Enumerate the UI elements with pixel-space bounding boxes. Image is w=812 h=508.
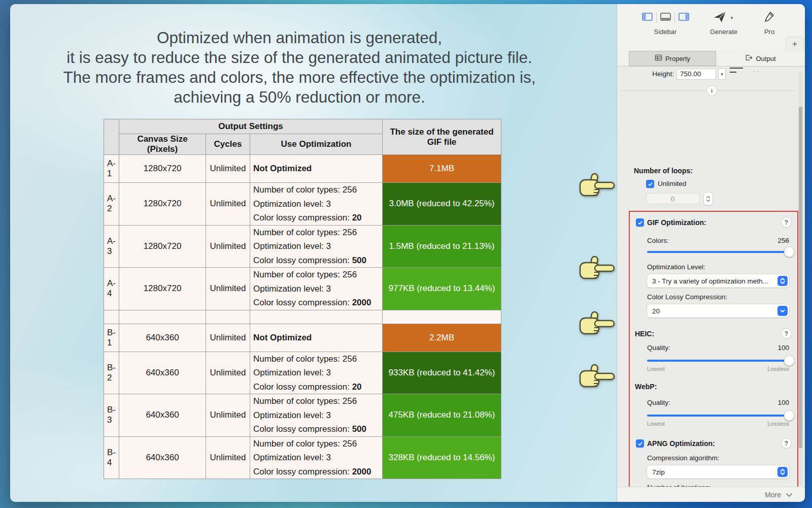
- size-cell: 7.1MB: [383, 155, 501, 183]
- heic-quality-label: Quality:: [647, 343, 670, 352]
- row-label-cell: A-2: [104, 183, 119, 226]
- row-label-cell: A-4: [104, 268, 119, 310]
- popup-chevrons-icon: [777, 276, 788, 286]
- corner-header-cell: [104, 119, 119, 155]
- canvas-size-cell: 1280x720: [119, 225, 206, 268]
- use-optimization-cell: Not Optimized: [250, 324, 383, 352]
- pointing-hand-icon: [578, 173, 616, 202]
- row-label-cell: B-2: [104, 352, 119, 394]
- size-cell: 2.2MB: [383, 324, 501, 352]
- use-optimization-cell: [250, 310, 383, 324]
- webp-quality-slider[interactable]: [647, 410, 789, 421]
- right-sidebar-icon[interactable]: [679, 13, 689, 23]
- optimization-line: Color lossy compression: 2000: [253, 465, 379, 479]
- paper-plane-icon: [714, 11, 726, 25]
- use-optimization-cell: Number of color types: 256Optimization l…: [250, 183, 383, 226]
- more-chevron-down-icon[interactable]: [786, 491, 793, 499]
- heic-lossless-label: Lossless: [767, 366, 789, 372]
- height-stepper[interactable]: ▾: [718, 69, 726, 80]
- colors-slider[interactable]: [647, 247, 789, 257]
- height-input[interactable]: 750.00: [676, 69, 716, 80]
- optimization-line: Color lossy compression: 500: [253, 253, 379, 268]
- app-window: Optimized when animation is generated, i…: [10, 4, 805, 502]
- apng-help-button[interactable]: ?: [782, 438, 791, 448]
- canvas-size-header: Canvas Size (Pixels): [119, 134, 206, 155]
- webp-lossless-label: Lossless: [767, 421, 789, 427]
- pointing-hand-icon: [578, 311, 616, 340]
- unlimited-loops-label: Unlimited: [658, 179, 686, 188]
- unlimited-loops-checkbox[interactable]: [646, 180, 654, 188]
- generate-dropdown-caret-icon[interactable]: ▼: [730, 16, 734, 20]
- generate-button[interactable]: ▼ Generate: [701, 12, 747, 36]
- heic-help-button[interactable]: ?: [782, 329, 791, 338]
- slider-thumb[interactable]: [784, 410, 794, 421]
- canvas-size-cell: 1280x720: [119, 268, 206, 310]
- loop-count-field[interactable]: 0: [646, 193, 699, 204]
- table-row: B-1640x360UnlimitedNot Optimized2.2MB: [104, 324, 501, 352]
- size-cell: 1.5MB (reduced to 21.13%): [383, 225, 501, 268]
- popup-chevrons-icon: [777, 467, 788, 477]
- color-lossy-compression-combo[interactable]: 20: [647, 304, 789, 318]
- gif-help-button[interactable]: ?: [782, 217, 791, 227]
- cycles-cell: Unlimited: [206, 268, 250, 310]
- info-button[interactable]: i: [707, 86, 717, 96]
- loop-count-stepper[interactable]: [704, 193, 713, 205]
- slider-thumb[interactable]: [784, 247, 794, 257]
- generate-button-label: Generate: [710, 28, 737, 36]
- optimization-level-label: Optimization Level:: [647, 263, 705, 271]
- table-row: A-21280x720UnlimitedNumber of color type…: [104, 183, 501, 226]
- sidebar-button-label: Sidebar: [654, 28, 677, 36]
- slider-fill: [647, 415, 789, 417]
- slider-fill: [647, 360, 789, 362]
- slide-title-line: Optimized when animation is generated,: [10, 28, 589, 48]
- bottom-panel-icon[interactable]: [660, 13, 671, 23]
- row-label-cell: B-1: [104, 324, 119, 352]
- more-button[interactable]: More: [765, 491, 781, 499]
- canvas-size-cell: 640x360: [119, 324, 206, 352]
- optimization-level-popup[interactable]: 3 - Try a variety of optimization meth..…: [647, 274, 789, 288]
- add-tab-button[interactable]: +: [786, 37, 804, 51]
- size-column-header: The size of the generated GIF file: [383, 119, 501, 155]
- toolbar-divider: [674, 13, 675, 23]
- canvas-size-cell: 640x360: [119, 394, 206, 437]
- output-tab-icon: [745, 54, 753, 63]
- number-of-loops-label: Number of loops:: [634, 166, 693, 175]
- tab-output[interactable]: Output: [716, 51, 805, 66]
- cycles-cell: Unlimited: [206, 436, 250, 479]
- tab-property[interactable]: Property: [629, 51, 716, 66]
- slider-thumb[interactable]: [784, 356, 794, 366]
- webp-lowest-label: Lowest: [647, 421, 665, 427]
- color-lossy-compression-value: 20: [652, 307, 660, 315]
- highlight-red-box: GIF Optimization: ? Colors: 256 Optimiza…: [629, 211, 798, 487]
- left-sidebar-icon[interactable]: [642, 13, 653, 23]
- slide-title-line: it is easy to reduce the size of the gen…: [10, 48, 589, 68]
- gif-optimization-checkbox[interactable]: [636, 218, 644, 227]
- size-cell: 977KB (reduced to 13.44%): [383, 268, 501, 310]
- colors-value: 256: [777, 236, 789, 245]
- row-label-cell: A-3: [104, 225, 119, 268]
- sidebar-toggle-group[interactable]: Sidebar: [637, 12, 693, 36]
- slide-title: Optimized when animation is generated, i…: [10, 28, 589, 107]
- optimization-line: Color lossy compression: 20: [253, 211, 379, 225]
- canvas-size-cell: 1280x720: [119, 183, 206, 226]
- cycles-cell: Unlimited: [206, 394, 250, 437]
- slide-title-line: The more frames and colors, the more eff…: [10, 68, 589, 87]
- optimization-line: Optimization level: 3: [253, 239, 379, 253]
- slide-canvas: Optimized when animation is generated, i…: [10, 4, 617, 502]
- use-optimization-cell: Number of color types: 256Optimization l…: [250, 225, 383, 268]
- optimization-line: Number of color types: 256: [253, 183, 379, 197]
- compression-algorithm-popup[interactable]: 7zip: [647, 465, 789, 479]
- canvas-size-cell: 1280x720: [119, 155, 206, 183]
- use-optimization-cell: Not Optimized: [250, 155, 383, 183]
- use-optimization-cell: Number of color types: 256Optimization l…: [250, 352, 383, 394]
- pointing-hand-icon: [578, 256, 616, 285]
- output-tab-label: Output: [756, 55, 775, 62]
- gif-optimization-label: GIF Optimization:: [647, 218, 706, 227]
- clipped-control: [730, 72, 736, 73]
- scrollbar-thumb[interactable]: [799, 107, 802, 448]
- heic-quality-value: 100: [777, 343, 789, 352]
- apng-optimization-checkbox[interactable]: [636, 439, 644, 448]
- heic-quality-slider[interactable]: [647, 356, 789, 366]
- cycles-cell: Unlimited: [206, 155, 250, 183]
- pro-button[interactable]: Pro: [758, 12, 781, 36]
